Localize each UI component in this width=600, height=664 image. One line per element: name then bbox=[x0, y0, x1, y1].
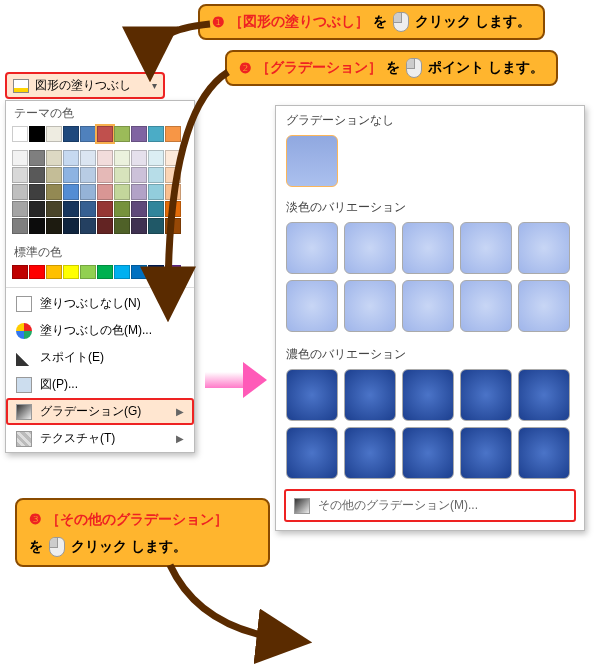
standard-colors-header: 標準の色 bbox=[6, 240, 194, 263]
picture-fill-item[interactable]: 図(P)... bbox=[6, 371, 194, 398]
theme-swatch[interactable] bbox=[97, 218, 113, 234]
theme-swatch[interactable] bbox=[148, 184, 164, 200]
gradient-tile[interactable] bbox=[402, 427, 454, 479]
standard-swatch[interactable] bbox=[97, 265, 113, 279]
theme-swatch[interactable] bbox=[148, 150, 164, 166]
theme-swatch[interactable] bbox=[12, 167, 28, 183]
theme-swatch[interactable] bbox=[63, 184, 79, 200]
theme-swatch[interactable] bbox=[148, 201, 164, 217]
theme-swatch[interactable] bbox=[114, 167, 130, 183]
theme-swatch[interactable] bbox=[97, 184, 113, 200]
gradient-tile[interactable] bbox=[402, 280, 454, 332]
theme-swatch[interactable] bbox=[131, 167, 147, 183]
gradient-tile[interactable] bbox=[460, 369, 512, 421]
theme-swatch[interactable] bbox=[165, 184, 181, 200]
theme-swatch[interactable] bbox=[46, 150, 62, 166]
theme-swatch[interactable] bbox=[12, 126, 28, 142]
theme-swatch[interactable] bbox=[46, 126, 62, 142]
theme-swatch[interactable] bbox=[29, 167, 45, 183]
theme-swatch[interactable] bbox=[97, 201, 113, 217]
no-gradient-tile[interactable] bbox=[286, 135, 338, 187]
theme-swatch[interactable] bbox=[63, 150, 79, 166]
gradient-item[interactable]: グラデーション(G) ▶ bbox=[6, 398, 194, 425]
standard-swatch[interactable] bbox=[148, 265, 164, 279]
gradient-tile[interactable] bbox=[460, 427, 512, 479]
theme-swatch[interactable] bbox=[29, 218, 45, 234]
gradient-tile[interactable] bbox=[518, 280, 570, 332]
gradient-tile[interactable] bbox=[402, 369, 454, 421]
gradient-tile[interactable] bbox=[344, 222, 396, 274]
standard-swatch[interactable] bbox=[12, 265, 28, 279]
theme-swatch[interactable] bbox=[131, 218, 147, 234]
standard-swatch[interactable] bbox=[29, 265, 45, 279]
theme-swatch[interactable] bbox=[131, 201, 147, 217]
theme-swatch[interactable] bbox=[12, 184, 28, 200]
theme-swatch[interactable] bbox=[165, 126, 181, 142]
theme-swatch[interactable] bbox=[12, 201, 28, 217]
theme-swatch[interactable] bbox=[148, 218, 164, 234]
theme-swatch[interactable] bbox=[46, 167, 62, 183]
gradient-tile[interactable] bbox=[460, 222, 512, 274]
texture-item[interactable]: テクスチャ(T) ▶ bbox=[6, 425, 194, 452]
theme-swatch[interactable] bbox=[131, 184, 147, 200]
theme-swatch[interactable] bbox=[131, 150, 147, 166]
theme-swatch[interactable] bbox=[131, 126, 147, 142]
standard-swatch[interactable] bbox=[165, 265, 181, 279]
theme-swatch[interactable] bbox=[80, 126, 96, 142]
theme-swatch[interactable] bbox=[63, 218, 79, 234]
theme-swatch[interactable] bbox=[165, 150, 181, 166]
standard-swatch[interactable] bbox=[63, 265, 79, 279]
standard-swatch[interactable] bbox=[131, 265, 147, 279]
standard-swatch[interactable] bbox=[114, 265, 130, 279]
gradient-tile[interactable] bbox=[344, 427, 396, 479]
theme-swatch[interactable] bbox=[46, 218, 62, 234]
theme-swatch[interactable] bbox=[12, 150, 28, 166]
shape-fill-button[interactable]: 図形の塗りつぶし ▾ bbox=[5, 72, 165, 99]
theme-swatch[interactable] bbox=[97, 150, 113, 166]
gradient-tile[interactable] bbox=[402, 222, 454, 274]
theme-swatch[interactable] bbox=[80, 167, 96, 183]
theme-swatch[interactable] bbox=[63, 201, 79, 217]
theme-swatch[interactable] bbox=[63, 126, 79, 142]
theme-swatch[interactable] bbox=[114, 150, 130, 166]
gradient-tile[interactable] bbox=[518, 427, 570, 479]
theme-swatch[interactable] bbox=[148, 167, 164, 183]
theme-swatch[interactable] bbox=[29, 184, 45, 200]
theme-swatch[interactable] bbox=[46, 201, 62, 217]
theme-swatch[interactable] bbox=[46, 184, 62, 200]
theme-swatch[interactable] bbox=[114, 201, 130, 217]
theme-swatch[interactable] bbox=[148, 126, 164, 142]
standard-swatch[interactable] bbox=[46, 265, 62, 279]
more-fill-colors-item[interactable]: 塗りつぶしの色(M)... bbox=[6, 317, 194, 344]
theme-swatch[interactable] bbox=[165, 218, 181, 234]
theme-swatch[interactable] bbox=[97, 126, 113, 142]
theme-swatch[interactable] bbox=[80, 201, 96, 217]
theme-swatch[interactable] bbox=[114, 184, 130, 200]
theme-swatch[interactable] bbox=[12, 218, 28, 234]
theme-swatch[interactable] bbox=[29, 201, 45, 217]
theme-swatch[interactable] bbox=[80, 184, 96, 200]
theme-swatch[interactable] bbox=[29, 126, 45, 142]
theme-swatch[interactable] bbox=[165, 201, 181, 217]
gradient-tile[interactable] bbox=[518, 222, 570, 274]
theme-swatch[interactable] bbox=[80, 218, 96, 234]
theme-swatch[interactable] bbox=[29, 150, 45, 166]
no-fill-item[interactable]: 塗りつぶしなし(N) bbox=[6, 290, 194, 317]
gradient-tile[interactable] bbox=[460, 280, 512, 332]
theme-swatch[interactable] bbox=[63, 167, 79, 183]
theme-swatch[interactable] bbox=[97, 167, 113, 183]
gradient-tile[interactable] bbox=[344, 280, 396, 332]
more-gradients-item[interactable]: その他のグラデーション(M)... bbox=[284, 489, 576, 522]
eyedropper-item[interactable]: スポイト(E) bbox=[6, 344, 194, 371]
gradient-tile[interactable] bbox=[344, 369, 396, 421]
gradient-tile[interactable] bbox=[286, 222, 338, 274]
gradient-tile[interactable] bbox=[286, 369, 338, 421]
gradient-tile[interactable] bbox=[518, 369, 570, 421]
standard-swatch[interactable] bbox=[80, 265, 96, 279]
theme-swatch[interactable] bbox=[114, 126, 130, 142]
theme-swatch[interactable] bbox=[165, 167, 181, 183]
gradient-tile[interactable] bbox=[286, 427, 338, 479]
theme-swatch[interactable] bbox=[80, 150, 96, 166]
theme-swatch[interactable] bbox=[114, 218, 130, 234]
gradient-tile[interactable] bbox=[286, 280, 338, 332]
